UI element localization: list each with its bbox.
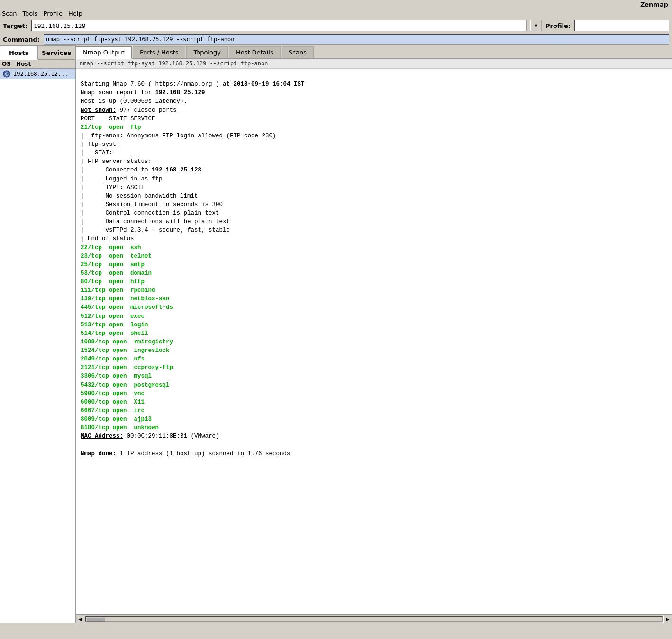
scroll-right-button[interactable]: ▶ <box>663 615 672 623</box>
scroll-left-button[interactable]: ◀ <box>76 615 84 623</box>
left-panel: Hosts Services OS Host ⊕ 192.168.25.12..… <box>0 45 76 623</box>
tab-services[interactable]: Services <box>38 45 76 60</box>
main-area: Hosts Services OS Host ⊕ 192.168.25.12..… <box>0 45 672 623</box>
tab-ports-hosts[interactable]: Ports / Hosts <box>133 46 186 58</box>
host-address: 192.168.25.12... <box>13 71 68 77</box>
hosts-host-column-header: Host <box>16 61 31 67</box>
title-bar: Zenmap <box>0 0 672 9</box>
output-start-line: Starting Nmap 7.60 ( https://nmap.org ) … <box>81 81 305 457</box>
left-tabs: Hosts Services <box>0 45 75 60</box>
target-dropdown-button[interactable]: ▼ <box>530 20 542 31</box>
profile-input[interactable] <box>574 20 669 31</box>
output-command-header: nmap --script ftp-syst 192.168.25.129 --… <box>76 59 672 69</box>
menu-profile[interactable]: Profile <box>44 10 63 17</box>
tab-host-details[interactable]: Host Details <box>229 46 281 58</box>
right-tabs: Nmap Output Ports / Hosts Topology Host … <box>76 45 672 59</box>
menu-tools[interactable]: Tools <box>23 10 38 17</box>
command-input[interactable] <box>44 34 669 45</box>
scroll-track[interactable] <box>85 616 663 622</box>
app-title: Zenmap <box>640 1 668 8</box>
hosts-list-header: OS Host <box>0 60 75 69</box>
menu-help[interactable]: Help <box>68 10 82 17</box>
target-input[interactable] <box>31 20 527 31</box>
hosts-os-column-header: OS <box>2 61 16 67</box>
scroll-thumb[interactable] <box>86 617 105 622</box>
menu-bar: Scan Tools Profile Help <box>0 9 672 18</box>
nmap-output-area[interactable]: Starting Nmap 7.60 ( https://nmap.org ) … <box>76 69 672 614</box>
command-label: Command: <box>3 36 40 43</box>
command-bar: Command: <box>0 33 672 45</box>
host-row[interactable]: ⊕ 192.168.25.12... <box>0 69 75 79</box>
tab-hosts[interactable]: Hosts <box>0 45 38 60</box>
tab-scans[interactable]: Scans <box>282 46 314 58</box>
host-os-icon: ⊕ <box>2 70 11 78</box>
horizontal-scrollbar[interactable]: ◀ ▶ <box>76 614 672 623</box>
tab-topology[interactable]: Topology <box>186 46 227 58</box>
hosts-list: OS Host ⊕ 192.168.25.12... <box>0 60 75 623</box>
right-panel: Nmap Output Ports / Hosts Topology Host … <box>76 45 672 623</box>
svg-text:⊕: ⊕ <box>5 72 9 77</box>
toolbar: Target: ▼ Profile: <box>0 18 672 33</box>
tab-nmap-output[interactable]: Nmap Output <box>76 46 132 59</box>
target-label: Target: <box>3 22 27 29</box>
menu-scan[interactable]: Scan <box>2 10 17 17</box>
profile-label: Profile: <box>545 22 571 29</box>
